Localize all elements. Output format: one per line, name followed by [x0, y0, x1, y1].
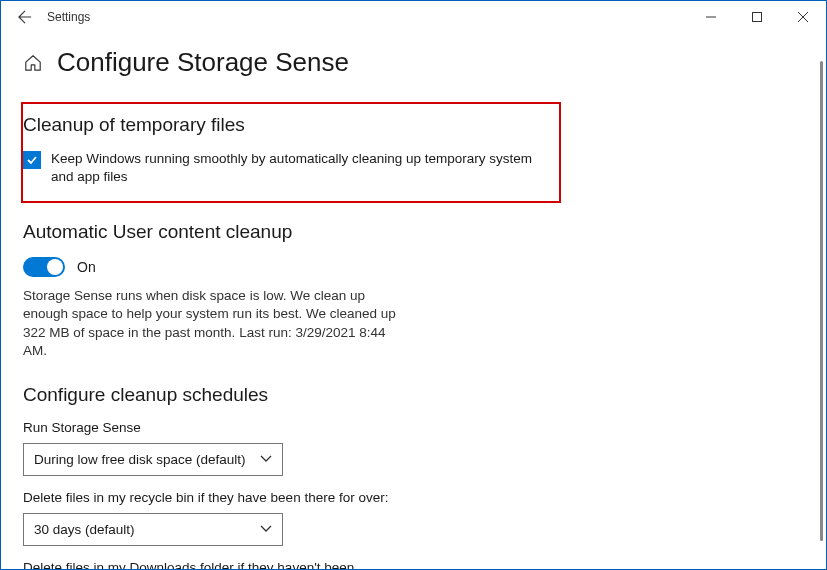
scrollbar[interactable]: [820, 61, 823, 541]
maximize-button[interactable]: [734, 1, 780, 33]
toggle-state-label: On: [77, 259, 96, 275]
close-button[interactable]: [780, 1, 826, 33]
window-controls: [688, 1, 826, 33]
close-icon: [798, 12, 808, 22]
section-heading-schedules: Configure cleanup schedules: [23, 384, 563, 406]
maximize-icon: [752, 12, 762, 22]
svg-rect-1: [753, 13, 762, 22]
select-value: 30 days (default): [34, 522, 135, 537]
cleanup-temp-section-highlighted: Cleanup of temporary files Keep Windows …: [21, 102, 561, 203]
auto-cleanup-toggle-row: On: [23, 257, 563, 277]
page-title: Configure Storage Sense: [57, 47, 349, 78]
downloads-label: Delete files in my Downloads folder if t…: [23, 560, 403, 569]
arrow-left-icon: [18, 10, 32, 24]
home-icon[interactable]: [23, 53, 43, 73]
recycle-bin-label: Delete files in my recycle bin if they h…: [23, 490, 403, 505]
auto-cleanup-toggle[interactable]: [23, 257, 65, 277]
content-area: Configure Storage Sense Cleanup of tempo…: [1, 33, 826, 569]
window-title: Settings: [47, 10, 90, 24]
run-storage-sense-select[interactable]: During low free disk space (default): [23, 443, 283, 476]
select-value: During low free disk space (default): [34, 452, 246, 467]
titlebar: Settings: [1, 1, 826, 33]
back-button[interactable]: [13, 5, 37, 29]
recycle-bin-select[interactable]: 30 days (default): [23, 513, 283, 546]
auto-cleanup-section: Automatic User content cleanup On Storag…: [23, 221, 563, 360]
cleanup-temp-checkbox-row: Keep Windows running smoothly by automat…: [23, 150, 545, 185]
page-header: Configure Storage Sense: [23, 47, 804, 78]
section-heading-auto: Automatic User content cleanup: [23, 221, 563, 243]
section-heading-cleanup: Cleanup of temporary files: [23, 114, 545, 136]
toggle-knob: [47, 259, 63, 275]
minimize-icon: [706, 12, 716, 22]
chevron-down-icon: [260, 525, 272, 533]
auto-cleanup-description: Storage Sense runs when disk space is lo…: [23, 287, 403, 360]
checkmark-icon: [26, 154, 38, 166]
run-storage-sense-label: Run Storage Sense: [23, 420, 403, 435]
schedules-section: Configure cleanup schedules Run Storage …: [23, 384, 563, 569]
cleanup-temp-label: Keep Windows running smoothly by automat…: [51, 150, 545, 185]
cleanup-temp-checkbox[interactable]: [23, 151, 41, 169]
chevron-down-icon: [260, 455, 272, 463]
minimize-button[interactable]: [688, 1, 734, 33]
